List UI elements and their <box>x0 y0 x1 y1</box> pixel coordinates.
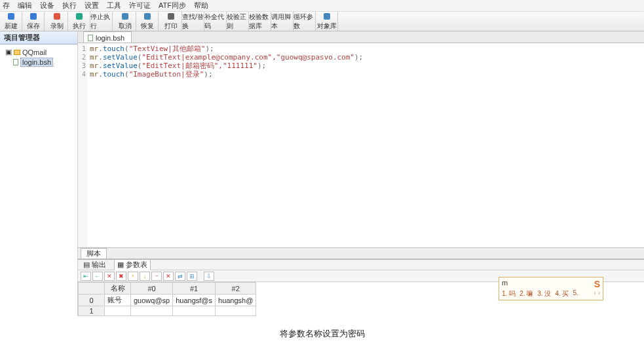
menu-item[interactable]: 帮助 <box>194 1 208 10</box>
print-button[interactable]: 打印 <box>160 12 182 31</box>
tree-label: QQmail <box>22 48 47 56</box>
toolbar-label: 保存 <box>27 22 40 31</box>
param-grid[interactable]: 名称#0#1#20账号guowq@sphuangsf@shuangsh@1 <box>78 282 256 316</box>
tree-label: login.bsh <box>20 58 53 67</box>
link-button[interactable]: ⇄ <box>175 272 185 281</box>
ime-input: m <box>502 279 508 289</box>
remove-col-button[interactable]: ✕ <box>163 272 174 281</box>
first-button[interactable]: ⇤ <box>81 272 91 281</box>
grid-header[interactable]: #2 <box>216 283 256 295</box>
ime-candidates[interactable]: 1. 吗2. 嘛3. 没4. 买5. ‹ › <box>502 289 600 298</box>
objlib-button[interactable]: 对象库 <box>316 12 338 31</box>
svg-rect-1 <box>30 13 37 20</box>
output-icon: ▤ <box>83 260 90 269</box>
record-icon <box>52 12 62 21</box>
grid-cell[interactable]: huangsh@ <box>216 295 256 306</box>
save-icon <box>29 12 38 21</box>
file-icon <box>88 35 93 41</box>
ime-candidate[interactable]: 5. <box>573 289 578 298</box>
callscript-button[interactable]: 调用脚本 <box>271 12 294 31</box>
grid-rowhead[interactable]: 0 <box>79 295 105 306</box>
save-button[interactable]: 保存 <box>22 12 45 31</box>
complete-button[interactable]: 补全代码 <box>204 12 227 31</box>
grid-header[interactable]: #0 <box>131 283 173 295</box>
menu-item[interactable]: 许可证 <box>129 1 151 10</box>
loopparam-button[interactable]: 循环参数 <box>294 12 316 31</box>
tab-label: 输出 <box>92 260 106 270</box>
grid-cell[interactable]: guowq@sp <box>131 295 173 306</box>
tab-script[interactable]: 脚本 <box>81 248 107 259</box>
svg-rect-2 <box>54 13 60 20</box>
grid-cell[interactable] <box>173 306 216 316</box>
toolbar-label: 录制 <box>50 22 64 31</box>
validate-button[interactable]: 校验正则 <box>227 12 249 31</box>
svg-rect-0 <box>8 13 14 20</box>
movedown-button[interactable]: ↓ <box>140 272 150 281</box>
svg-rect-7 <box>168 13 174 20</box>
grid-header[interactable] <box>79 283 105 295</box>
toolbar-label: 循环参数 <box>294 12 315 31</box>
svg-rect-3 <box>76 13 83 20</box>
findrep-button[interactable]: 查找/替换 <box>182 12 204 31</box>
menu-item[interactable]: 编辑 <box>18 1 32 10</box>
prev-button[interactable]: ← <box>92 272 103 281</box>
editor-tab[interactable]: login.bsh <box>83 31 132 43</box>
ime-candidate[interactable]: 4. 买 <box>555 289 569 298</box>
toolbar-label: 补全代码 <box>204 12 226 31</box>
project-tree: ▣ QQmail login.bsh <box>0 45 77 70</box>
record-button[interactable]: 录制 <box>46 12 68 31</box>
undo-icon <box>121 12 130 21</box>
content-area: login.bsh 1234 mr.touch("TextView|其他邮箱")… <box>78 31 644 316</box>
toolbar-label: 校验正则 <box>227 12 248 31</box>
toolbar-label: 执行 <box>73 22 86 31</box>
new-button[interactable]: 新建 <box>0 12 22 31</box>
grid-cell[interactable]: 账号 <box>105 295 131 306</box>
print-icon <box>166 12 176 21</box>
menu-bar: 存 编辑 设备 执行 设置 工具 许可证 ATF同步 帮助 <box>0 0 644 12</box>
project-explorer: 项目管理器 ▣ QQmail login.bsh <box>0 31 78 316</box>
grid-header[interactable]: 名称 <box>105 283 131 295</box>
tab-output[interactable]: ▤ 输出 <box>81 260 109 270</box>
objlib-icon <box>322 12 331 21</box>
svg-rect-6 <box>144 13 151 20</box>
code-body[interactable]: mr.touch("TextView|其他邮箱");mr.setValue("E… <box>87 43 644 247</box>
grid-cell[interactable] <box>105 306 131 316</box>
clear-button[interactable]: ✖ <box>116 272 126 281</box>
tree-node-file[interactable]: login.bsh <box>1 57 76 67</box>
editor-tabs: login.bsh <box>78 31 644 43</box>
ime-candidate-box[interactable]: m S 1. 吗2. 嘛3. 没4. 买5. ‹ › <box>499 277 603 300</box>
grid-header[interactable]: #1 <box>173 283 216 295</box>
ime-candidate[interactable]: 3. 没 <box>537 289 551 298</box>
menu-item[interactable]: ATF同步 <box>159 1 186 10</box>
menu-item[interactable]: 设置 <box>85 1 99 10</box>
undo-button[interactable]: 取消 <box>114 12 136 31</box>
moveup-button[interactable]: ↑ <box>128 272 138 281</box>
copy-button[interactable]: ⊞ <box>187 272 197 281</box>
new-icon <box>7 12 16 21</box>
ime-nav[interactable]: ‹ › <box>594 289 600 298</box>
ime-candidate[interactable]: 2. 嘛 <box>520 289 533 298</box>
grid-rowhead[interactable]: 1 <box>79 306 105 316</box>
remove-row-button[interactable]: － <box>151 272 162 281</box>
file-icon <box>13 59 18 65</box>
menu-item[interactable]: 执行 <box>62 1 77 10</box>
import-button[interactable]: ⇩ <box>204 272 214 281</box>
toolbar-label: 取消 <box>119 22 132 31</box>
expand-icon[interactable]: ▣ <box>5 48 12 56</box>
code-editor[interactable]: 1234 mr.touch("TextView|其他邮箱");mr.setVal… <box>78 43 644 248</box>
grid-cell[interactable] <box>216 306 256 316</box>
validatedb-button[interactable]: 校验数据库 <box>249 12 271 31</box>
menu-item[interactable]: 存 <box>3 1 10 10</box>
grid-cell[interactable]: huangsf@s <box>173 295 216 306</box>
redo-button[interactable]: 恢复 <box>136 12 159 31</box>
ime-candidate[interactable]: 1. 吗 <box>502 289 516 298</box>
grid-cell[interactable] <box>131 306 173 316</box>
tab-params[interactable]: ▦ 参数表 <box>114 259 151 270</box>
menu-item[interactable]: 设备 <box>40 1 54 10</box>
stop-button[interactable]: 停止执行 <box>90 12 113 31</box>
delete-button[interactable]: ✕ <box>104 272 115 281</box>
menu-item[interactable]: 工具 <box>107 1 121 10</box>
toolbar-label: 调用脚本 <box>271 12 293 31</box>
run-button[interactable]: 执行 <box>68 12 90 31</box>
tree-node-root[interactable]: ▣ QQmail <box>1 47 76 57</box>
